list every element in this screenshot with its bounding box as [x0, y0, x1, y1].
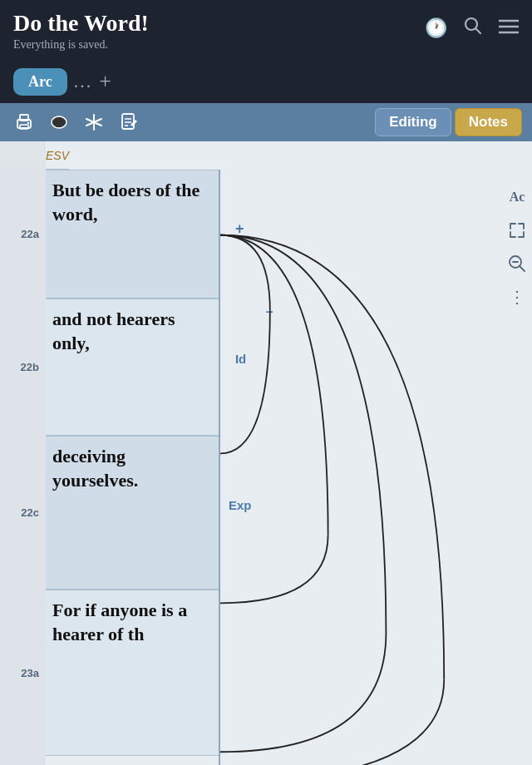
- svg-rect-14: [122, 114, 134, 129]
- verse-block-23a[interactable]: For if anyone is a hearer of th: [46, 590, 219, 756]
- svg-point-8: [27, 122, 29, 124]
- print-button[interactable]: [10, 108, 38, 136]
- verse-text-22c: deceiving yourselves.: [52, 446, 138, 491]
- zoom-out-button[interactable]: [505, 251, 530, 276]
- expand-button[interactable]: [505, 218, 530, 243]
- tab-more[interactable]: ...: [74, 71, 93, 92]
- toolbar: Editing Notes: [0, 103, 532, 141]
- verse-block-22a[interactable]: But be doers of the word,: [46, 170, 219, 299]
- svg-rect-7: [20, 125, 28, 129]
- app-title: Do the Word!: [13, 10, 149, 37]
- arc-svg: + – Id Exp: [220, 170, 502, 765]
- connector-22b: Id: [235, 352, 246, 366]
- arc-diagram-area: + – Id Exp: [220, 141, 502, 765]
- version-label: ESV: [46, 149, 69, 162]
- edit-doc-button[interactable]: [115, 108, 143, 136]
- verse-num-22a: 22a: [0, 170, 46, 299]
- app-subtitle: Everything is saved.: [13, 38, 149, 52]
- search-icon[interactable]: [464, 17, 482, 40]
- left-panel: ESV 22a 22b 22c 23a: [0, 141, 220, 765]
- gutter-column: 22a 22b 22c 23a: [0, 170, 46, 765]
- connector-22c: Exp: [229, 498, 251, 512]
- more-options-button[interactable]: ⋮: [505, 284, 530, 309]
- bubble-button[interactable]: [45, 108, 73, 136]
- text-column: But be doers of the word, and not hearer…: [46, 170, 220, 765]
- tab-add[interactable]: +: [99, 69, 111, 94]
- verse-block-22b[interactable]: and not hearers only,: [46, 299, 219, 436]
- verse-block-22c[interactable]: deceiving yourselves.: [46, 436, 219, 590]
- gutter-header: [0, 141, 46, 170]
- svg-line-22: [520, 266, 525, 271]
- verse-text-23a: For if anyone is a hearer of th: [52, 600, 187, 644]
- verse-num-22b: 22b: [0, 299, 46, 436]
- app-header: Do the Word! Everything is saved. 🕐: [0, 0, 532, 60]
- main-content: ESV 22a 22b 22c 23a: [0, 141, 532, 765]
- asterisk-button[interactable]: [80, 108, 108, 136]
- version-header: ESV: [46, 141, 69, 170]
- font-size-button[interactable]: Ac: [505, 185, 530, 210]
- header-left: Do the Word! Everything is saved.: [13, 10, 149, 52]
- editing-button[interactable]: Editing: [375, 108, 451, 136]
- history-icon[interactable]: 🕐: [425, 17, 447, 39]
- toolbar-left: [10, 108, 375, 136]
- verse-text-22a: But be doers of the word,: [52, 180, 200, 225]
- right-tools-panel: Ac ⋮: [502, 141, 532, 765]
- left-rows: 22a 22b 22c 23a But be doers of the word…: [0, 170, 220, 765]
- verse-num-23a: 23a: [0, 590, 46, 756]
- menu-icon[interactable]: [499, 17, 519, 39]
- verse-text-22b: and not hearers only,: [52, 308, 175, 353]
- tab-arc[interactable]: Arc: [13, 68, 67, 96]
- header-icons: 🕐: [425, 10, 519, 40]
- svg-line-1: [476, 29, 481, 34]
- tab-bar: Arc ... +: [0, 60, 532, 103]
- toolbar-right: Editing Notes: [375, 108, 522, 136]
- notes-button[interactable]: Notes: [455, 108, 522, 136]
- verse-num-22c: 22c: [0, 436, 46, 590]
- left-header-row: ESV: [0, 141, 220, 170]
- connector-22a: +: [235, 220, 244, 236]
